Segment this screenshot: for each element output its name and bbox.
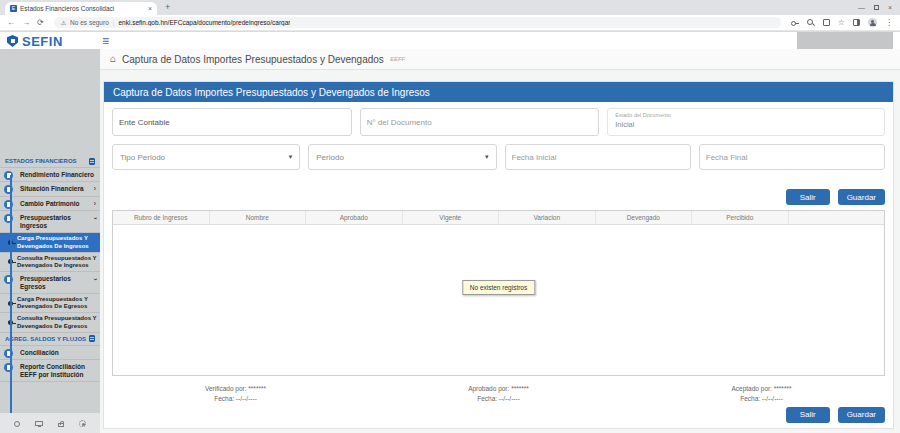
profile-avatar[interactable]	[868, 18, 877, 27]
sidebar-timeline	[10, 175, 12, 433]
tipo-periodo-label: Tipo Periodo	[120, 153, 165, 162]
gear-icon[interactable]	[79, 420, 86, 427]
side-panel-icon[interactable]	[853, 19, 860, 26]
page-title: Captura de Datos Importes Presupuestados…	[122, 54, 384, 65]
aceptado-por: Aceptado por: *******	[630, 384, 893, 394]
minimize-icon[interactable]: —	[858, 4, 865, 11]
sidebar-section-agreg-saldos: AGREG. SALDOS Y FLUJOS	[0, 333, 100, 346]
table-body: No existen registros	[113, 225, 884, 375]
aprobado-block: Aprobado por: ******* Fecha: --/--/----	[367, 384, 630, 405]
reload-icon[interactable]: ⟳	[37, 19, 44, 27]
estado-documento-label: Estado del Documento	[615, 112, 877, 118]
tab-close-icon[interactable]: ×	[148, 5, 152, 12]
capture-card: Captura de Datos Importes Presupuestados…	[103, 81, 894, 429]
col-vigente: Vigente	[403, 211, 500, 224]
sidebar-item-presupuestarios-ingresos[interactable]: Presupuestarios Ingresos ›	[0, 211, 100, 233]
browser-menu-icon[interactable]: ⋮	[885, 19, 893, 27]
home-icon[interactable]: ⌂	[110, 54, 116, 64]
main-content: ⌂ Captura de Datos Importes Presupuestad…	[100, 49, 900, 433]
chevron-down-icon: ›	[92, 278, 99, 280]
sidebar: ESTADOS FINANCIEROS Rendimiento Financie…	[0, 49, 100, 433]
new-tab-button[interactable]: +	[165, 2, 170, 12]
col-percibido: Percibido	[692, 211, 789, 224]
sidebar-item-cambio-patrimonio[interactable]: Cambio Patrimonio ›	[0, 197, 100, 211]
sidebar-item-situacion-financiera[interactable]: Situación Financiera ›	[0, 182, 100, 196]
sidebar-footer	[0, 413, 100, 433]
estado-documento-field: Estado del Documento Inicial	[607, 108, 885, 136]
top-action-row: Salir Guardar	[104, 189, 893, 205]
user-menu-placeholder[interactable]	[797, 32, 893, 49]
browser-toolbar: ← → ⟳ ⚠ No es seguro | enki.sefin.gob.hn…	[0, 15, 900, 31]
chevron-right-icon: ›	[94, 186, 96, 193]
zoom-icon[interactable]	[807, 19, 815, 27]
sidebar-item-carga-egresos[interactable]: Carga Presupuestados Y Devengados De Egr…	[0, 294, 100, 313]
col-nombre: Nombre	[210, 211, 307, 224]
sidebar-item-label: Carga Presupuestados Y Devengados De Egr…	[17, 296, 98, 310]
breadcrumb: ⌂ Captura de Datos Importes Presupuestad…	[100, 49, 900, 70]
empty-records-message: No existen registros	[462, 280, 535, 295]
url-bar[interactable]: ⚠ No es seguro | enki.sefin.gob.hn/EFCca…	[54, 17, 781, 28]
toolbar-icons: ☆ ⋮	[791, 18, 893, 27]
back-icon[interactable]: ←	[7, 19, 15, 27]
sidebar-item-consulta-ingresos[interactable]: Consulta Presupuestados Y Devengados De …	[0, 253, 100, 272]
sidebar-item-consulta-egresos[interactable]: Consulta Presupuestados Y Devengados De …	[0, 313, 100, 332]
sefin-logo[interactable]: SEFIN	[0, 32, 95, 50]
sidebar-item-label: Situación Financiera	[20, 185, 84, 192]
col-aprobado: Aprobado	[306, 211, 403, 224]
sidebar-item-label: Consulta Presupuestados Y Devengados De …	[17, 255, 98, 269]
periodo-label: Periodo	[316, 153, 344, 162]
sidebar-item-conciliacion[interactable]: Conciliación	[0, 346, 100, 360]
tab-strip: E Estados Financieros Consolidaci × + — …	[0, 0, 900, 15]
app-header: SEFIN ≡	[0, 31, 900, 49]
sidebar-item-label: Conciliación	[20, 349, 59, 356]
sidebar-item-rendimiento-financiero[interactable]: Rendimiento Financiero	[0, 168, 100, 182]
fecha-inicial-input[interactable]	[505, 144, 691, 170]
col-rubro-ingresos: Rubro de Ingresos	[113, 211, 210, 224]
brand-name: SEFIN	[22, 34, 63, 49]
bookmark-star-icon[interactable]: ☆	[838, 19, 845, 27]
guardar-button-top[interactable]: Guardar	[838, 189, 885, 205]
salir-button-bottom[interactable]: Salir	[786, 407, 830, 423]
guardar-button-bottom[interactable]: Guardar	[838, 407, 885, 423]
shield-icon	[7, 35, 18, 47]
lock-icon[interactable]	[58, 423, 64, 427]
window-controls: — ×	[858, 1, 892, 13]
book-icon	[89, 335, 95, 342]
aceptado-block: Aceptado por: ******* Fecha: --/--/----	[630, 384, 893, 405]
numero-documento-input[interactable]	[360, 108, 600, 136]
sidebar-item-presupuestarios-egresos[interactable]: Presupuestarios Egresos ›	[0, 272, 100, 294]
password-key-icon[interactable]	[791, 19, 799, 27]
page-title-suffix: EEFF	[390, 56, 405, 62]
section-label: ESTADOS FINANCIEROS	[5, 158, 77, 164]
fecha-final-input[interactable]	[699, 144, 885, 170]
col-variacion: Variacion	[499, 211, 596, 224]
forward-icon[interactable]: →	[22, 19, 30, 27]
info-icon[interactable]	[14, 421, 20, 427]
browser-tab[interactable]: E Estados Financieros Consolidaci ×	[5, 2, 157, 15]
close-window-icon[interactable]: ×	[888, 4, 892, 11]
book-icon	[89, 158, 95, 165]
chevron-right-icon: ›	[94, 201, 96, 208]
monitor-icon[interactable]	[35, 421, 43, 426]
sidebar-item-carga-ingresos[interactable]: Carga Presupuestados Y Devengados De Ing…	[0, 233, 100, 252]
ingresos-table: Rubro de Ingresos Nombre Aprobado Vigent…	[112, 210, 885, 376]
browser-window: E Estados Financieros Consolidaci × + — …	[0, 0, 900, 433]
salir-button-top[interactable]: Salir	[786, 189, 830, 205]
sidebar-item-reporte-conciliacion[interactable]: Reporte Conciliación EEFF por Institució…	[0, 360, 100, 382]
not-secure-warning-icon[interactable]: ⚠	[61, 19, 66, 26]
sidebar-item-label: Presupuestarios Ingresos	[20, 214, 97, 229]
install-icon[interactable]	[823, 19, 830, 26]
aprobado-por: Aprobado por: *******	[367, 384, 630, 394]
maximize-icon[interactable]	[874, 5, 879, 10]
tipo-periodo-select[interactable]: Tipo Periodo ▾	[112, 144, 300, 170]
periodo-select[interactable]: Periodo ▾	[308, 144, 496, 170]
sidebar-item-label: Consulta Presupuestados Y Devengados De …	[17, 315, 98, 329]
ente-contable-input[interactable]	[112, 108, 352, 136]
url-divider: |	[113, 19, 115, 26]
bottom-action-row: Salir Guardar	[104, 407, 893, 423]
verificado-por: Verificado por: *******	[104, 384, 367, 394]
hamburger-menu-icon[interactable]: ≡	[102, 34, 109, 48]
verificado-fecha: Fecha: --/--/----	[104, 394, 367, 404]
filter-form: Estado del Documento Inicial Tipo Period…	[104, 102, 893, 176]
not-secure-label: No es seguro	[70, 19, 109, 26]
